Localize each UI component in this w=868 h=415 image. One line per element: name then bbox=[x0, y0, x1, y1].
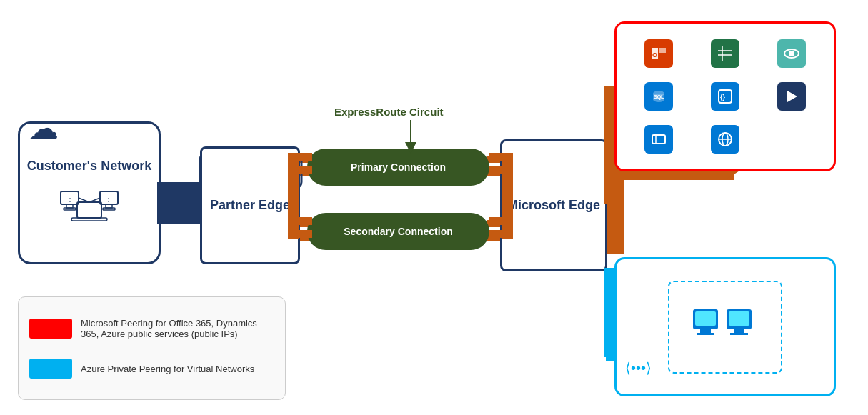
legend-color-blue bbox=[29, 359, 72, 379]
customer-network-label: Customer's Network bbox=[27, 159, 151, 174]
office-services-box: O SQL {} bbox=[614, 21, 836, 171]
vm-icons bbox=[689, 302, 761, 352]
svg-rect-40 bbox=[64, 208, 76, 210]
microsoft-edge-label: Microsoft Edge bbox=[507, 198, 600, 213]
legend-item-microsoft-peering: Microsoft Peering for Office 365, Dynami… bbox=[29, 318, 274, 339]
svg-rect-45 bbox=[71, 218, 107, 221]
legend-text-azure-private: Azure Private Peering for Virtual Networ… bbox=[81, 364, 254, 374]
partner-edge-box: Partner Edge bbox=[200, 146, 300, 264]
customer-cloud-icon: ☁ bbox=[29, 111, 59, 146]
svg-rect-73 bbox=[700, 329, 711, 333]
secondary-connection-label: Secondary Connection bbox=[344, 226, 452, 237]
sql-icon: SQL bbox=[644, 82, 673, 111]
svg-rect-76 bbox=[729, 311, 749, 326]
svg-rect-72 bbox=[695, 311, 716, 326]
svg-rect-43 bbox=[103, 208, 115, 210]
network-computers-icon bbox=[57, 181, 121, 227]
azure-inner-box bbox=[668, 281, 782, 374]
svg-marker-65 bbox=[787, 91, 797, 102]
svg-text:{}: {} bbox=[720, 94, 726, 101]
legend-color-red bbox=[29, 319, 72, 339]
hd-insight-icon bbox=[777, 39, 806, 68]
svg-rect-53 bbox=[718, 46, 732, 61]
media-services-icon bbox=[777, 82, 806, 111]
svg-rect-14 bbox=[606, 157, 624, 254]
secondary-connection: Secondary Connection bbox=[307, 213, 489, 250]
legend-text-microsoft-peering: Microsoft Peering for Office 365, Dynami… bbox=[81, 318, 274, 339]
svg-rect-77 bbox=[734, 329, 744, 333]
svg-rect-0 bbox=[159, 184, 201, 221]
svg-text:O: O bbox=[652, 51, 657, 59]
svg-rect-20 bbox=[157, 182, 202, 224]
primary-connection: Primary Connection bbox=[307, 149, 489, 186]
app-services-icon bbox=[644, 125, 673, 154]
table-storage-icon bbox=[711, 39, 739, 68]
svg-rect-74 bbox=[697, 333, 714, 335]
expressroute-label: ExpressRoute Circuit bbox=[334, 106, 444, 118]
office365-icon: O bbox=[644, 39, 673, 68]
azure-private-box: ⟨•••⟩ bbox=[614, 257, 836, 396]
svg-rect-51 bbox=[659, 48, 666, 53]
svg-rect-44 bbox=[77, 202, 101, 218]
partner-edge-label: Partner Edge bbox=[210, 198, 290, 213]
legend-item-azure-private: Azure Private Peering for Virtual Networ… bbox=[29, 359, 274, 379]
svg-text:SQL: SQL bbox=[654, 94, 664, 100]
expand-dots-icon: ⟨•••⟩ bbox=[625, 359, 652, 376]
primary-connection-label: Primary Connection bbox=[351, 161, 446, 173]
microsoft-edge-box: Microsoft Edge bbox=[500, 139, 607, 271]
api-management-icon: {} bbox=[711, 82, 739, 111]
legend-box: Microsoft Peering for Office 365, Dynami… bbox=[18, 296, 286, 400]
svg-rect-66 bbox=[652, 135, 665, 144]
svg-rect-78 bbox=[730, 333, 748, 335]
cdn-icon bbox=[711, 125, 739, 154]
svg-point-58 bbox=[789, 51, 794, 56]
